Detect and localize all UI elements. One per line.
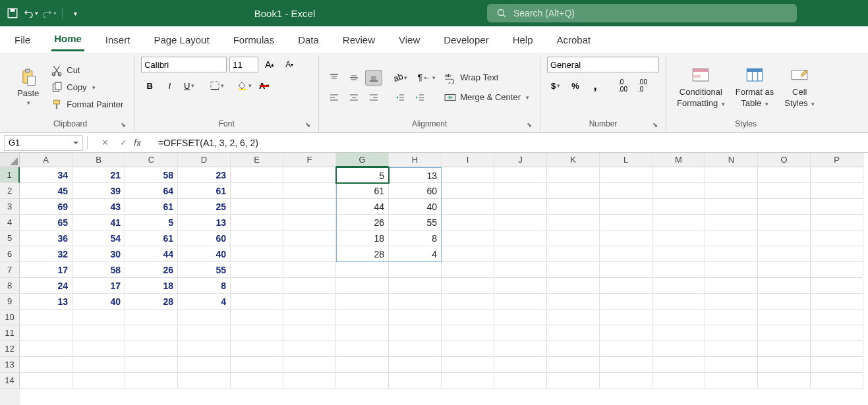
tab-review[interactable]: Review [340,29,378,51]
tab-insert[interactable]: Insert [103,29,133,51]
cell[interactable] [442,373,494,389]
cell[interactable] [442,325,494,341]
cell[interactable]: 28 [125,294,178,310]
cell[interactable] [336,278,389,294]
align-right-icon[interactable] [365,90,382,105]
cell[interactable]: 61 [178,183,231,199]
cell-styles-button[interactable]: Cell Styles ▾ [780,66,819,109]
cell[interactable] [178,341,231,357]
cell[interactable] [283,310,336,325]
tab-acrobat[interactable]: Acrobat [554,29,594,51]
cell[interactable] [442,262,494,278]
cell[interactable] [125,310,178,325]
cell[interactable] [758,199,811,215]
cell[interactable]: 64 [125,183,178,199]
column-header[interactable]: I [442,153,494,167]
column-header[interactable]: N [705,153,758,167]
cell[interactable] [547,230,600,246]
cell[interactable] [705,310,758,325]
cell[interactable] [600,199,652,215]
cell[interactable] [231,199,283,215]
cell[interactable] [494,215,547,230]
cell[interactable] [389,294,442,310]
cell[interactable] [389,373,442,389]
number-format-select[interactable] [547,57,659,72]
cell[interactable] [336,341,389,357]
cell[interactable] [494,183,547,199]
cell[interactable] [178,373,231,389]
cell[interactable] [442,341,494,357]
cell[interactable] [705,199,758,215]
cell[interactable] [231,278,283,294]
cell[interactable] [231,246,283,262]
cell[interactable]: 55 [389,215,442,230]
cell[interactable] [811,262,863,278]
cell[interactable] [442,199,494,215]
cell[interactable] [125,341,178,357]
cell[interactable] [494,246,547,262]
cell[interactable] [600,215,652,230]
cell[interactable] [283,278,336,294]
cell[interactable] [811,199,863,215]
cell[interactable] [652,310,705,325]
cell[interactable] [547,373,600,389]
cell[interactable] [20,357,72,373]
text-direction-icon[interactable]: ¶←▾ [418,70,435,86]
column-header[interactable]: F [283,153,336,167]
cell[interactable] [705,215,758,230]
save-button[interactable] [5,6,20,20]
align-center-icon[interactable] [345,90,362,105]
cell[interactable] [20,310,72,325]
tab-formulas[interactable]: Formulas [231,29,277,51]
column-header[interactable]: L [600,153,652,167]
cell[interactable] [231,325,283,341]
format-painter-button[interactable]: Format Painter [47,97,127,113]
cell[interactable]: 18 [125,278,178,294]
font-color-button[interactable]: A▾ [256,78,273,94]
merge-center-button[interactable]: Merge & Center ▾ [440,90,533,105]
cell[interactable] [600,373,652,389]
cell[interactable] [600,167,652,183]
cell[interactable] [442,167,494,183]
cell[interactable] [652,167,705,183]
cell[interactable] [652,262,705,278]
cell[interactable] [494,341,547,357]
cell[interactable] [494,199,547,215]
column-header[interactable]: O [758,153,811,167]
cell[interactable]: 8 [178,278,231,294]
cell[interactable] [811,246,863,262]
redo-button[interactable]: ▾ [42,6,57,20]
cell[interactable] [125,357,178,373]
percent-format-icon[interactable]: % [567,78,584,94]
cell[interactable] [652,215,705,230]
font-size-select[interactable] [229,57,258,72]
align-middle-icon[interactable] [345,70,362,86]
row-header[interactable]: 6 [0,246,20,262]
cell[interactable] [811,325,863,341]
cell[interactable] [178,325,231,341]
column-header[interactable]: H [389,153,442,167]
column-header[interactable]: M [652,153,705,167]
italic-button[interactable]: I [161,78,178,94]
cell[interactable] [705,294,758,310]
decrease-decimal-icon[interactable]: .00.0 [634,78,651,94]
cell[interactable] [758,278,811,294]
cell[interactable] [811,294,863,310]
cell[interactable] [20,373,72,389]
cell[interactable]: 55 [178,262,231,278]
cell[interactable] [442,215,494,230]
cell[interactable] [600,310,652,325]
cell[interactable] [758,310,811,325]
cell[interactable]: 5 [125,215,178,230]
cell[interactable] [705,262,758,278]
cell[interactable] [442,357,494,373]
cell[interactable] [231,294,283,310]
cell[interactable]: 13 [389,167,442,183]
row-header[interactable]: 13 [0,357,20,373]
cell[interactable] [494,278,547,294]
cell[interactable] [811,341,863,357]
cell[interactable] [652,357,705,373]
cell[interactable] [72,373,125,389]
cell[interactable]: 40 [389,199,442,215]
tab-view[interactable]: View [396,29,422,51]
